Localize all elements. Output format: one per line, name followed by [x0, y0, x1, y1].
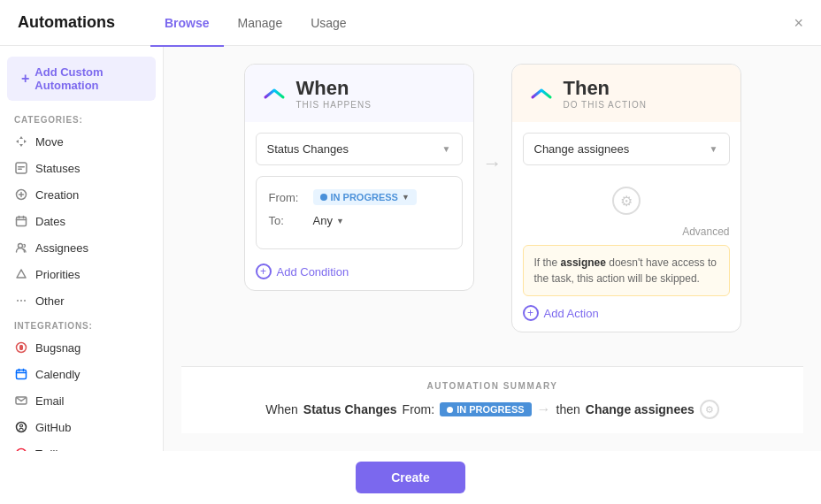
sidebar: + Add Custom Automation CATEGORIES: Move…: [0, 46, 164, 451]
add-custom-automation-button[interactable]: + Add Custom Automation: [7, 57, 156, 101]
sidebar-item-email-label: Email: [35, 394, 65, 408]
app-container: Automations Browse Manage Usage × + Add …: [0, 0, 821, 504]
sidebar-item-assignees-label: Assignees: [35, 241, 88, 255]
sidebar-item-other-label: Other: [35, 294, 65, 308]
then-title: Then: [564, 77, 647, 100]
when-title-group: When THIS HAPPENS: [296, 77, 372, 110]
to-chevron-icon: ▼: [336, 217, 344, 225]
github-icon: [14, 420, 28, 434]
sidebar-item-move-label: Move: [35, 135, 64, 149]
to-value: Any: [313, 214, 333, 227]
create-button[interactable]: Create: [356, 462, 465, 493]
action-dropdown[interactable]: Change assignees ▼: [523, 133, 730, 165]
svg-point-8: [24, 300, 26, 302]
integrations-label: INTEGRATIONS:: [0, 314, 163, 334]
from-status-value: IN PROGRESS: [331, 192, 398, 202]
add-action-button[interactable]: + Add Action: [523, 296, 730, 321]
warning-bold: assignee: [561, 256, 606, 269]
warning-text-1: If the: [534, 256, 561, 269]
sidebar-item-other[interactable]: Other: [0, 287, 163, 314]
then-block: Then DO THIS ACTION Change assignees ▼ ⚙: [511, 64, 741, 332]
sidebar-item-bugsnag[interactable]: Bugsnag: [0, 334, 163, 361]
sidebar-item-bugsnag-label: Bugsnag: [35, 341, 81, 355]
sidebar-item-assignees[interactable]: Assignees: [0, 234, 163, 261]
summary-status-value: IN PROGRESS: [457, 404, 524, 415]
add-condition-label: Add Condition: [277, 265, 349, 279]
other-icon: [14, 294, 28, 308]
summary-gear-icon: ⚙: [700, 400, 719, 419]
sidebar-item-twilio[interactable]: Twilio: [0, 440, 163, 451]
sidebar-item-creation-label: Creation: [35, 188, 79, 202]
sidebar-item-calendly-label: Calendly: [35, 368, 81, 381]
then-block-container: Then DO THIS ACTION Change assignees ▼ ⚙: [511, 64, 741, 332]
trigger-dropdown[interactable]: Status Changes ▼: [256, 133, 463, 165]
svg-rect-0: [16, 163, 27, 173]
statuses-icon: [14, 161, 28, 175]
action-dropdown-arrow-icon: ▼: [710, 144, 718, 154]
svg-rect-2: [18, 169, 22, 171]
from-status-badge[interactable]: IN PROGRESS ▼: [313, 189, 417, 205]
creation-icon: [14, 187, 28, 202]
sidebar-item-statuses[interactable]: Statuses: [0, 155, 163, 181]
sidebar-item-calendly[interactable]: Calendly: [0, 361, 163, 387]
svg-point-6: [20, 300, 22, 302]
sidebar-item-creation[interactable]: Creation: [0, 181, 163, 208]
summary-then-label: then: [556, 402, 580, 416]
sidebar-item-priorities-label: Priorities: [35, 268, 81, 281]
status-dot-icon: [320, 194, 327, 201]
summary-when-label: When: [265, 402, 298, 416]
sidebar-item-github[interactable]: GitHub: [0, 414, 163, 440]
advanced-link[interactable]: Advanced: [523, 225, 730, 238]
add-action-plus-icon: +: [523, 305, 539, 321]
when-block: When THIS HAPPENS Status Changes ▼ From:: [244, 64, 474, 291]
to-any-badge[interactable]: Any ▼: [313, 214, 344, 227]
summary-action: Change assignees: [586, 402, 694, 416]
svg-rect-10: [17, 370, 27, 379]
gear-area: ⚙: [523, 176, 730, 225]
main-content: When THIS HAPPENS Status Changes ▼ From:: [164, 46, 821, 451]
add-condition-button[interactable]: + Add Condition: [245, 260, 473, 290]
bugsnag-icon: [14, 340, 28, 355]
move-icon: [14, 134, 28, 149]
sidebar-item-dates[interactable]: Dates: [0, 208, 163, 234]
close-button[interactable]: ×: [794, 13, 803, 32]
sidebar-item-priorities[interactable]: Priorities: [0, 261, 163, 287]
summary-trigger: Status Changes: [303, 402, 397, 416]
plus-icon: +: [21, 71, 29, 87]
sidebar-item-email[interactable]: Email: [0, 387, 163, 414]
summary-section: AUTOMATION SUMMARY When Status Changes F…: [181, 366, 803, 433]
dropdown-arrow-icon: ▼: [442, 144, 451, 154]
tab-manage[interactable]: Manage: [224, 1, 297, 47]
tab-browse[interactable]: Browse: [150, 1, 224, 47]
sidebar-item-github-label: GitHub: [35, 421, 71, 434]
from-row: From: IN PROGRESS ▼: [269, 189, 449, 205]
arrow-connector: →: [483, 64, 503, 175]
to-row: To: Any ▼: [269, 214, 449, 227]
add-action-label: Add Action: [544, 307, 599, 320]
then-title-group: Then DO THIS ACTION: [564, 77, 647, 110]
tab-usage[interactable]: Usage: [296, 1, 360, 47]
summary-from-label: From:: [403, 402, 435, 416]
footer: Create: [0, 451, 821, 504]
then-subtitle: DO THIS ACTION: [564, 100, 647, 110]
gear-icon: ⚙: [612, 187, 641, 215]
sidebar-item-move[interactable]: Move: [0, 128, 163, 155]
action-dropdown-value: Change assignees: [534, 142, 630, 156]
when-title: When: [296, 77, 372, 100]
app-title: Automations: [18, 13, 115, 32]
from-label: From:: [269, 191, 304, 204]
sidebar-item-dates-label: Dates: [35, 215, 65, 228]
when-subtitle: THIS HAPPENS: [296, 100, 372, 110]
arrow-right-icon: →: [483, 152, 503, 175]
dates-icon: [14, 214, 28, 228]
warning-box: If the assignee doesn't have access to t…: [523, 245, 730, 296]
when-block-container: When THIS HAPPENS Status Changes ▼ From:: [244, 64, 474, 291]
header: Automations Browse Manage Usage ×: [0, 0, 821, 46]
svg-rect-1: [18, 166, 25, 168]
then-logo-icon: [528, 80, 555, 107]
priorities-icon: [14, 267, 28, 281]
svg-point-7: [17, 300, 19, 302]
from-chevron-icon: ▼: [402, 193, 410, 202]
email-icon: [14, 393, 28, 408]
sidebar-item-statuses-label: Statuses: [35, 162, 81, 175]
